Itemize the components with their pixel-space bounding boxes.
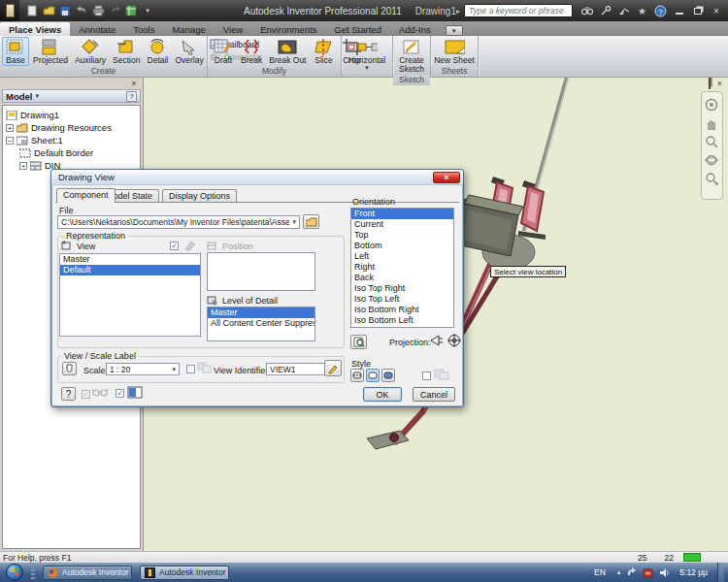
scale-from-base-checkbox[interactable]	[186, 365, 195, 373]
ribbon-appearance-toggle[interactable]: ▾	[446, 25, 463, 36]
raster-view-button[interactable]	[350, 335, 367, 349]
help-search-input[interactable]	[464, 4, 573, 17]
horizontal-button[interactable]: Horizontal ▾	[346, 37, 388, 71]
tab-tools[interactable]: Tools	[124, 22, 163, 36]
dialog-titlebar[interactable]: Drawing View ×	[51, 170, 463, 185]
group-label-sketch[interactable]: Sketch	[393, 75, 430, 85]
look-at-icon[interactable]	[705, 173, 719, 185]
tree-item-default-border[interactable]: Default Border	[19, 146, 140, 159]
canvas-close-icon[interactable]: ×	[717, 80, 722, 88]
qat-dropdown-icon[interactable]: ▾	[141, 5, 154, 17]
auxiliary-view-button[interactable]: Auxiliary	[72, 37, 109, 66]
volume-icon[interactable]	[659, 567, 670, 578]
projection-angle-icons[interactable]	[430, 334, 463, 347]
style-hidden-line-removed-button[interactable]	[366, 369, 380, 382]
break-button[interactable]: Break	[238, 37, 265, 66]
list-item[interactable]: Bottom	[351, 241, 453, 251]
scale-dropdown-icon[interactable]: ▾	[169, 366, 176, 373]
section-view-button[interactable]: Section	[110, 37, 143, 66]
taskbar-button-1[interactable]: Autodesk Inventor - ...	[43, 566, 132, 580]
sign-in-icon[interactable]	[617, 5, 630, 17]
canvas-restore-icon[interactable]	[709, 80, 711, 88]
file-dropdown-icon[interactable]: ▾	[289, 218, 296, 226]
restore-button[interactable]	[691, 5, 705, 16]
tab-display-options[interactable]: Display Options	[162, 189, 237, 203]
tab-environments[interactable]: Environments	[251, 22, 325, 36]
list-item-selected[interactable]: Front	[351, 209, 453, 219]
projected-view-button[interactable]: Projected	[30, 37, 71, 66]
search-scope-icon[interactable]: ▸	[456, 7, 460, 16]
list-item[interactable]: Current	[351, 219, 453, 230]
list-item[interactable]: Iso Top Right	[351, 283, 453, 294]
tray-security-icon[interactable]	[643, 567, 653, 578]
edit-view-label-button[interactable]	[324, 360, 342, 376]
tab-add-ins[interactable]: Add-Ins	[390, 22, 440, 36]
tab-view[interactable]: View	[215, 22, 251, 36]
browser-header-dropdown-icon[interactable]: ▾	[35, 92, 39, 100]
new-sheet-button[interactable]: New Sheet	[431, 37, 478, 66]
browse-file-button[interactable]	[303, 214, 319, 229]
tab-component[interactable]: Component	[56, 188, 116, 203]
create-sketch-button[interactable]: Create Sketch	[391, 37, 432, 75]
help-icon[interactable]: ?	[654, 5, 667, 17]
scale-combobox[interactable]: 1 : 20 ▾	[106, 363, 180, 375]
view-representation-list[interactable]: Master Default	[59, 253, 201, 337]
tab-annotate[interactable]: Annotate	[70, 22, 124, 36]
redo-icon[interactable]	[108, 5, 121, 17]
list-item-selected[interactable]: Default	[60, 265, 200, 275]
show-desktop-button[interactable]	[717, 563, 724, 582]
cancel-button[interactable]: Cancel	[413, 387, 455, 402]
view-identifier-input[interactable]: VIEW1	[266, 363, 332, 375]
group-label-create[interactable]: Create	[0, 66, 207, 77]
detail-view-button[interactable]: Detail	[144, 37, 171, 66]
orientation-list[interactable]: Front Current Top Bottom Left Right Back…	[350, 208, 454, 328]
file-combobox[interactable]: C:\Users\Nektarios\Documents\My Inventor…	[57, 215, 300, 229]
taskbar-button-2[interactable]: Autodesk Inventor Pr...	[140, 566, 229, 580]
list-item[interactable]: Back	[351, 273, 453, 283]
level-of-detail-list[interactable]: Master All Content Center Suppressed	[207, 307, 315, 341]
iproperties-icon[interactable]	[124, 5, 138, 17]
scale-visibility-toggle[interactable]	[62, 362, 77, 375]
list-item[interactable]: Iso Bottom Left	[351, 315, 453, 326]
list-item[interactable]: Iso Top Left	[351, 294, 453, 305]
collapse-icon[interactable]: −	[6, 137, 14, 145]
tray-updater-icon[interactable]	[626, 567, 637, 578]
group-label-sheets[interactable]: Sheets	[431, 66, 478, 77]
list-item[interactable]: All Content Center Suppressed	[208, 318, 314, 329]
open-file-icon[interactable]	[42, 5, 55, 17]
base-view-button[interactable]: Base	[2, 37, 29, 66]
inventor-logo-icon[interactable]	[0, 0, 19, 21]
undo-icon[interactable]	[75, 5, 88, 17]
browser-close-icon[interactable]: ×	[129, 79, 139, 88]
zoom-window-icon[interactable]	[705, 136, 719, 148]
list-item[interactable]: Right	[351, 262, 453, 273]
search-binoculars-icon[interactable]	[580, 5, 593, 17]
dialog-close-button[interactable]: ×	[433, 172, 460, 183]
overlay-view-button[interactable]: Overlay	[172, 37, 206, 66]
steering-wheel-icon[interactable]	[705, 98, 720, 112]
list-item[interactable]: Left	[351, 251, 453, 262]
tab-get-started[interactable]: Get Started	[325, 22, 390, 36]
language-indicator[interactable]: EN	[594, 567, 606, 577]
save-icon[interactable]	[58, 5, 72, 17]
ok-button[interactable]: OK	[363, 387, 402, 402]
browser-help-icon[interactable]: ?	[126, 91, 137, 102]
list-item-selected[interactable]: Master	[208, 307, 314, 318]
tree-item-drawing-resources[interactable]: + Drawing Resources	[6, 121, 140, 134]
expand-icon[interactable]: +	[6, 124, 14, 132]
new-file-icon[interactable]	[25, 5, 39, 17]
tree-item-drawing1[interactable]: Drawing1	[6, 109, 140, 121]
list-item[interactable]: Iso Bottom Right	[351, 305, 453, 315]
style-hidden-line-button[interactable]	[350, 369, 364, 382]
expand-icon[interactable]: +	[19, 162, 27, 170]
style-shaded-button[interactable]	[381, 369, 395, 382]
view-associative-checkbox[interactable]: ✓	[170, 242, 179, 250]
pan-hand-icon[interactable]	[705, 117, 719, 130]
preview-checkbox[interactable]: ✓	[82, 390, 90, 399]
minimize-button[interactable]	[673, 5, 686, 16]
break-out-button[interactable]: Break Out	[266, 37, 309, 66]
slice-button[interactable]: Slice	[311, 37, 338, 66]
tab-place-views[interactable]: Place Views	[0, 22, 70, 36]
subscription-key-icon[interactable]	[599, 5, 612, 17]
browser-header[interactable]: Model ▾ ?	[2, 89, 141, 103]
